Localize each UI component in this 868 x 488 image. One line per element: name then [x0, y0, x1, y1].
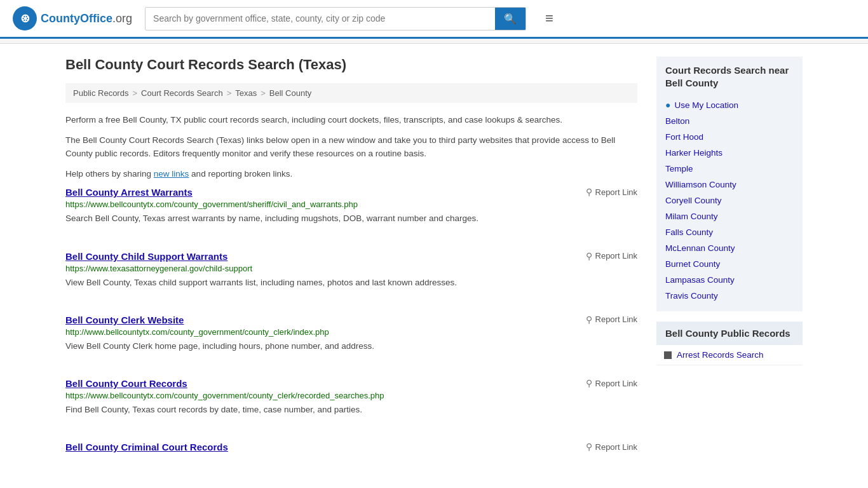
description-para3: Help others by sharing new links and rep…: [65, 167, 637, 181]
nearby-item: Belton: [665, 113, 794, 129]
report-link-3[interactable]: ⚲ Report Link: [586, 378, 637, 388]
result-title-3[interactable]: Bell County Court Records: [65, 378, 187, 389]
main-content: Bell County Court Records Search (Texas)…: [65, 57, 637, 478]
new-links-link[interactable]: new links: [154, 169, 189, 179]
report-icon: ⚲: [586, 442, 592, 452]
result-title-4[interactable]: Bell County Criminal Court Records: [65, 442, 228, 452]
logo-link[interactable]: ⊛ CountyOffice.org: [13, 6, 132, 30]
result-item: Bell County Court Records ⚲ Report Link …: [65, 378, 637, 426]
result-header: Bell County Child Support Warrants ⚲ Rep…: [65, 251, 637, 262]
nearby-link-2[interactable]: Harker Heights: [665, 148, 722, 158]
result-url-1[interactable]: https://www.texasattorneygeneral.gov/chi…: [65, 264, 637, 273]
nearby-title: Court Records Search near Bell County: [665, 64, 794, 89]
result-title-2[interactable]: Bell County Clerk Website: [65, 315, 184, 325]
nearby-link-5[interactable]: Coryell County: [665, 196, 722, 205]
nearby-link-8[interactable]: McLennan County: [665, 243, 735, 253]
nearby-link-1[interactable]: Fort Hood: [665, 132, 703, 142]
result-title-0[interactable]: Bell County Arrest Warrants: [65, 187, 193, 198]
breadcrumb-sep-1: >: [132, 88, 137, 98]
nearby-link-3[interactable]: Temple: [665, 164, 693, 173]
breadcrumb-court-records-search[interactable]: Court Records Search: [141, 88, 223, 98]
result-item: Bell County Clerk Website ⚲ Report Link …: [65, 315, 637, 363]
public-records-title: Bell County Public Records: [656, 322, 803, 345]
result-url-2[interactable]: http://www.bellcountytx.com/county_gover…: [65, 327, 637, 337]
logo-icon: ⊛: [13, 6, 37, 30]
menu-button[interactable]: ≡: [545, 10, 553, 27]
breadcrumb: Public Records > Court Records Search > …: [65, 83, 637, 103]
logo-text: CountyOffice.org: [41, 12, 132, 25]
page-title: Bell County Court Records Search (Texas): [65, 57, 637, 73]
result-url-0[interactable]: https://www.bellcountytx.com/county_gove…: [65, 200, 637, 209]
result-item: Bell County Criminal Court Records ⚲ Rep…: [65, 442, 637, 463]
report-link-4[interactable]: ⚲ Report Link: [586, 442, 637, 452]
nearby-link-6[interactable]: Milam County: [665, 212, 718, 221]
nearby-link-4[interactable]: Williamson County: [665, 180, 736, 189]
nearby-section: Court Records Search near Bell County ● …: [656, 57, 803, 311]
result-item: Bell County Arrest Warrants ⚲ Report Lin…: [65, 187, 637, 235]
result-item: Bell County Child Support Warrants ⚲ Rep…: [65, 251, 637, 299]
results-list: Bell County Arrest Warrants ⚲ Report Lin…: [65, 187, 637, 463]
nearby-link-9[interactable]: Burnet County: [665, 259, 720, 269]
nearby-item: Fort Hood: [665, 129, 794, 145]
nearby-item: Williamson County: [665, 177, 794, 193]
description-para1: Perform a free Bell County, TX public co…: [65, 113, 637, 127]
nearby-item: Coryell County: [665, 193, 794, 208]
report-icon: ⚲: [586, 378, 592, 388]
result-desc-2: View Bell County Clerk home page, includ…: [65, 340, 637, 353]
breadcrumb-texas[interactable]: Texas: [235, 88, 257, 98]
location-icon: ●: [665, 100, 670, 110]
result-header: Bell County Court Records ⚲ Report Link: [65, 378, 637, 389]
sub-header-bar: [0, 39, 868, 44]
result-header: Bell County Criminal Court Records ⚲ Rep…: [65, 442, 637, 452]
result-url-3[interactable]: https://www.bellcountytx.com/county_gove…: [65, 391, 637, 400]
description-para2: The Bell County Court Records Search (Te…: [65, 133, 637, 161]
square-icon: [664, 351, 672, 359]
breadcrumb-sep-3: >: [261, 88, 266, 98]
breadcrumb-bell-county[interactable]: Bell County: [269, 88, 311, 98]
search-input[interactable]: [146, 8, 495, 30]
breadcrumb-sep-2: >: [227, 88, 232, 98]
nearby-item: Milam County: [665, 208, 794, 224]
nearby-link-11[interactable]: Travis County: [665, 291, 718, 301]
public-records-item: Arrest Records Search: [656, 345, 803, 365]
report-link-1[interactable]: ⚲ Report Link: [586, 251, 637, 261]
breadcrumb-public-records[interactable]: Public Records: [73, 88, 128, 98]
nearby-items: BeltonFort HoodHarker HeightsTempleWilli…: [665, 113, 794, 304]
report-icon: ⚲: [586, 315, 592, 325]
public-records-items: Arrest Records Search: [656, 345, 803, 365]
nearby-item: Travis County: [665, 288, 794, 304]
result-desc-0: Search Bell County, Texas arrest warrant…: [65, 212, 637, 225]
nearby-item: Lampasas County: [665, 272, 794, 288]
main-container: Bell County Court Records Search (Texas)…: [53, 44, 815, 488]
public-records-section: Bell County Public Records Arrest Record…: [656, 322, 803, 365]
report-link-0[interactable]: ⚲ Report Link: [586, 187, 637, 197]
search-bar: 🔍: [145, 7, 526, 30]
nearby-link-7[interactable]: Falls County: [665, 227, 713, 237]
result-header: Bell County Clerk Website ⚲ Report Link: [65, 315, 637, 325]
use-my-location-item[interactable]: ● Use My Location: [665, 97, 794, 113]
result-desc-3: Find Bell County, Texas court records by…: [65, 403, 637, 416]
site-header: ⊛ CountyOffice.org 🔍 ≡: [0, 0, 868, 39]
nearby-item: Burnet County: [665, 256, 794, 272]
use-my-location-link[interactable]: Use My Location: [674, 100, 738, 110]
result-header: Bell County Arrest Warrants ⚲ Report Lin…: [65, 187, 637, 198]
nearby-item: Falls County: [665, 224, 794, 240]
nearby-link-10[interactable]: Lampasas County: [665, 275, 735, 285]
result-title-1[interactable]: Bell County Child Support Warrants: [65, 251, 227, 262]
report-icon: ⚲: [586, 187, 592, 197]
search-button[interactable]: 🔍: [495, 8, 526, 30]
nearby-item: Temple: [665, 161, 794, 177]
nearby-link-0[interactable]: Belton: [665, 116, 689, 126]
report-icon: ⚲: [586, 251, 592, 261]
nearby-item: McLennan County: [665, 240, 794, 256]
public-records-link-0[interactable]: Arrest Records Search: [677, 350, 764, 360]
sidebar: Court Records Search near Bell County ● …: [656, 57, 803, 478]
result-desc-1: View Bell County, Texas child support wa…: [65, 276, 637, 289]
report-link-2[interactable]: ⚲ Report Link: [586, 315, 637, 325]
nearby-item: Harker Heights: [665, 145, 794, 161]
